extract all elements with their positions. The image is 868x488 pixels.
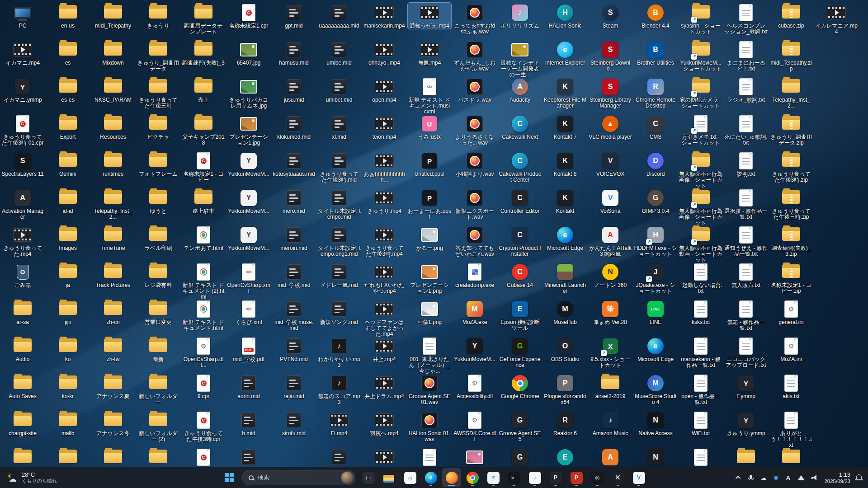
desktop-icon[interactable]: 父子キャンプ2018: [182, 114, 225, 146]
desktop-icon[interactable]: メドレー風.mid: [317, 262, 361, 288]
desktop-icon[interactable]: NNative Access: [634, 410, 677, 436]
desktop-icon[interactable]: ↗無人販売不正行為画像 - ショートカット: [679, 188, 722, 226]
desktop-icon[interactable]: ♪ポリリリリズム: [498, 3, 542, 29]
desktop-icon[interactable]: Mixdown: [91, 40, 135, 66]
desktop-icon[interactable]: TimeTune: [91, 225, 135, 251]
desktop-icon[interactable]: ラベル印刷: [137, 225, 180, 251]
desktop-icon[interactable]: HHALion Sonic: [543, 3, 587, 29]
weather-widget[interactable]: ☀ ☁ 28°C くもりのち晴れ: [2, 467, 62, 488]
desktop-icon[interactable]: [137, 447, 180, 467]
desktop-icon[interactable]: eInternet Explorer: [543, 40, 587, 66]
desktop-icon[interactable]: ⚙OpenCvSharp.dll...: [182, 336, 225, 368]
desktop-icon[interactable]: manisekarin.mp4: [363, 3, 406, 29]
desktop-icon[interactable]: ↗家の防犯カメラ - ショートカット: [679, 77, 722, 109]
desktop-icon[interactable]: 通知うぜえ - 親作品一覧.txt: [724, 225, 768, 257]
desktop-icon[interactable]: 筆筆まめ Ver.28: [589, 299, 632, 325]
desktop-icon[interactable]: 孤独なインディーゲーム開発者の一生...: [498, 40, 542, 78]
desktop-icon[interactable]: RReaktor 6: [543, 410, 587, 436]
desktop-icon[interactable]: Telepathy_Inst_2...: [91, 188, 135, 220]
desktop-icon[interactable]: C名称未設定1 - コピー: [182, 151, 225, 183]
desktop-icon[interactable]: GGIMP 3.0.4: [634, 188, 677, 214]
taskbar-app-powerpoint[interactable]: P: [567, 468, 586, 487]
desktop-icon[interactable]: きゅうり_調査用データ: [137, 40, 180, 72]
desktop-icon[interactable]: C: [182, 447, 225, 467]
taskbar-app-firefox[interactable]: [442, 468, 461, 487]
desktop-icon[interactable]: GGeForce Experience: [498, 336, 542, 368]
desktop-icon[interactable]: open.mp4: [363, 77, 406, 103]
desktop-icon[interactable]: ピクチャ: [137, 114, 180, 140]
desktop-icon[interactable]: Auto Saves: [1, 373, 44, 399]
desktop-icon[interactable]: パスドラ.wav: [453, 77, 496, 103]
taskbar-app-app-window[interactable]: ▢: [359, 468, 378, 487]
desktop-icon[interactable]: jusu.mid: [272, 77, 316, 103]
desktop-icon[interactable]: まにまにわーるど！.txt: [724, 40, 768, 72]
desktop-icon[interactable]: open - 親作品一覧.txt: [679, 373, 722, 405]
desktop-icon[interactable]: YYukkuriMovieM...: [227, 188, 270, 214]
desktop-icon[interactable]: 新規ソング.mid: [317, 299, 361, 325]
desktop-icon[interactable]: ラジオ_歌詞.txt: [724, 77, 768, 103]
notification-button[interactable]: [855, 470, 863, 485]
desktop-icon[interactable]: xl.mid: [317, 114, 361, 140]
desktop-icon[interactable]: 001_東北きりたん（ノーマル）_今じゃ...: [408, 336, 451, 374]
desktop-icon[interactable]: KKontakt 8: [543, 151, 587, 177]
desktop-icon[interactable]: SSteam: [589, 3, 632, 29]
desktop-icon[interactable]: 死にたい_ゅ歌詞.txt: [724, 114, 768, 146]
taskbar-app-file-explorer[interactable]: [380, 468, 399, 487]
desktop-icon[interactable]: es: [46, 40, 90, 66]
search-daily-image[interactable]: [341, 472, 353, 483]
desktop-icon[interactable]: NKSC_PARAM: [91, 77, 135, 103]
desktop-icon[interactable]: PPlogue sforzando x64: [543, 373, 587, 405]
desktop-icon[interactable]: SSteinberg Downlo...: [589, 40, 632, 72]
desktop-icon[interactable]: WiFi.txt: [679, 410, 722, 436]
desktop-icon[interactable]: ksks.txt: [679, 299, 722, 325]
desktop-icon[interactable]: ⚙AWSSDK.Core.dll: [453, 410, 496, 442]
desktop-icon[interactable]: midi_Telepathy.zip: [769, 40, 813, 72]
desktop-icon[interactable]: よりうるさくなった。wav: [453, 114, 496, 146]
desktop-icon[interactable]: ↗無人販売不正行為画像 - ショートカット: [679, 151, 722, 189]
desktop-icon[interactable]: [46, 447, 90, 467]
desktop-icon[interactable]: きゅうり_調査用データ.zip: [769, 114, 813, 146]
desktop-icon[interactable]: E: [543, 447, 587, 467]
desktop-icon[interactable]: ↗YukkuriMovieM... - ショートカット: [679, 40, 722, 72]
desktop-icon[interactable]: CCMS: [634, 114, 677, 140]
desktop-icon[interactable]: kotusytuaaus.mid: [272, 151, 316, 177]
desktop-icon[interactable]: CCubase 14: [498, 262, 542, 288]
desktop-icon[interactable]: [724, 447, 768, 467]
taskbar-app-notepad[interactable]: ≡: [484, 468, 503, 487]
desktop-icon[interactable]: Aかんたん！AITalk 3 関西風: [589, 225, 632, 257]
desktop-icon[interactable]: Cきゅうり食ってた午後3時-01.cpr: [1, 114, 44, 146]
desktop-icon[interactable]: ♪無題のスコア.mp3: [317, 373, 361, 405]
desktop-icon[interactable]: airset2-2019: [589, 373, 632, 399]
desktop-icon[interactable]: ⚙MoZA.ini: [769, 336, 813, 362]
desktop-icon[interactable]: HALion Sonic 01.wav: [408, 410, 451, 442]
desktop-icon[interactable]: ja: [46, 262, 90, 288]
desktop-icon[interactable]: rajio.mid: [272, 373, 316, 399]
desktop-icon[interactable]: MMuseHub: [543, 299, 587, 325]
desktop-icon[interactable]: klokumed.mid: [272, 114, 316, 140]
desktop-icon[interactable]: 65407.jpg: [227, 40, 270, 66]
desktop-icon[interactable]: 新しいフォルダー: [137, 373, 180, 405]
desktop[interactable]: PCen-usmidi_Telepathyきゅうり調査用データテンプレートC名称…: [0, 0, 868, 467]
desktop-icon[interactable]: ↗syasinn - ショートカット: [679, 3, 722, 35]
desktop-icon[interactable]: [769, 447, 813, 467]
desktop-icon[interactable]: BBlender 4.4: [634, 3, 677, 29]
desktop-icon[interactable]: Telepathy_Inst_2...: [769, 77, 813, 109]
desktop-icon[interactable]: Track Pictures: [91, 262, 135, 288]
desktop-icon[interactable]: YYukkuriMovieM...: [227, 225, 270, 251]
desktop-icon[interactable]: _起動しない場合.txt: [679, 262, 722, 294]
desktop-icon[interactable]: タイトル未設定, tempo.ong1.mid: [317, 225, 361, 257]
taskbar-app-microsoft-edge[interactable]: e: [421, 468, 440, 487]
desktop-icon[interactable]: DDiscord: [634, 151, 677, 177]
desktop-icon[interactable]: レジ袋有料: [137, 262, 180, 288]
desktop-icon[interactable]: PDFmid_学校.pdf: [227, 336, 270, 362]
desktop-icon[interactable]: hamusu.mid: [272, 40, 316, 66]
desktop-icon[interactable]: ニコニコバックアップロード.txt: [724, 336, 768, 368]
desktop-icon[interactable]: CCrypton Product Installer: [498, 225, 542, 257]
desktop-icon[interactable]: Nノートン 360: [589, 262, 632, 288]
desktop-icon[interactable]: EEpson 接続診断ツール: [498, 299, 542, 331]
desktop-icon[interactable]: YYukkuriMovieM...: [453, 336, 496, 362]
desktop-icon[interactable]: イカレマニア.mp4: [815, 3, 858, 35]
desktop-icon[interactable]: BBrother Utilities: [634, 40, 677, 66]
desktop-icon[interactable]: アナウンス夏: [91, 373, 135, 399]
desktop-icon[interactable]: KKontakt: [543, 188, 587, 214]
